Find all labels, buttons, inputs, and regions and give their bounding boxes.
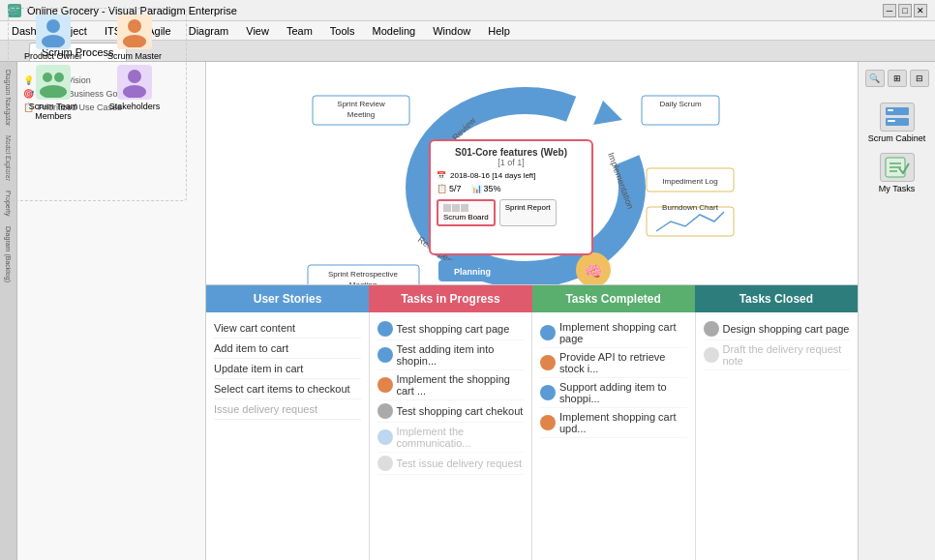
avatar-support-add [540,385,556,400]
menu-team[interactable]: Team [279,23,320,39]
svg-text:🧠: 🧠 [584,262,603,280]
task-impl-update[interactable]: Implement shopping cart upd... [540,408,687,438]
svg-text:Impediment Log: Impediment Log [662,177,717,186]
col-header-closed: Tasks Closed [695,285,858,312]
task-test-cart-page[interactable]: Test shopping cart page [377,318,525,340]
my-tasks-label: My Tasks [879,184,915,193]
sprint-stats: 📋 5/7 📊 35% [437,184,586,193]
right-panel: 🔍 ⊞ ⊟ Scrum Cabinet [858,62,935,560]
col-header-in-progress: Tasks in Progress [369,285,531,312]
menu-help[interactable]: Help [480,23,518,39]
role-scrum-team: Scrum Team Members [17,65,92,121]
scrum-cabinet-label: Scrum Cabinet [868,133,926,143]
svg-text:Planning: Planning [454,267,491,277]
stakeholders-icon [117,65,152,100]
svg-text:Daily Scrum: Daily Scrum [659,100,701,108]
task-implement-cart[interactable]: Implement the shopping cart ... [377,370,525,400]
svg-point-6 [40,85,67,98]
svg-text:Meeting: Meeting [347,110,375,119]
avatar-implement-cart [377,377,393,393]
scrum-board: User Stories Tasks in Progress Tasks Com… [206,284,858,560]
diagram-area: Review Retrospect Implementation Sprint … [206,62,858,560]
stakeholders-label: Stakeholders [109,102,161,111]
col-in-progress-body: Test shopping cart page Test adding item… [370,312,533,560]
scrum-board-label: Scrum Board [443,213,489,221]
board-body: View cart content Add item to cart Updat… [206,312,858,560]
svg-text:Sprint Review: Sprint Review [337,100,385,108]
sprint-date-row: 📅 2018-08-16 [14 days left] [437,171,586,180]
menu-window[interactable]: Window [425,23,478,39]
sprint-subtitle: [1 of 1] [437,158,586,167]
avatar-implement-comm [377,429,393,445]
story-issue-delivery[interactable]: Issue delivery request [214,399,361,420]
window-controls[interactable]: ─ □ ✕ [883,4,927,17]
right-toolbar-btn3[interactable]: ⊟ [910,70,929,87]
avatar-impl-cart [540,325,556,340]
svg-rect-36 [888,109,893,111]
col-completed-body: Implement shopping cart page Provide API… [532,312,696,560]
sprint-actions: Scrum Board Sprint Report [437,199,586,226]
avatar-test-cart [377,321,393,337]
story-view-cart[interactable]: View cart content [214,318,361,339]
story-select-items[interactable]: Select cart items to checkout [214,379,361,399]
sprint-title: S01-Core features (Web) [437,147,586,158]
minimize-button[interactable]: ─ [883,4,896,17]
maximize-button[interactable]: □ [898,4,912,17]
svg-point-5 [54,73,64,82]
right-toolbar-btn1[interactable]: 🔍 [865,70,885,87]
task-test-checkout[interactable]: Test shopping cart chekout [377,400,525,423]
avatar-test-checkout [377,403,393,419]
task-design-cart[interactable]: Design shopping cart page [704,318,851,340]
svg-rect-37 [888,120,895,122]
close-button[interactable]: ✕ [914,4,927,17]
scrum-team-icon [36,65,71,100]
task-test-add-item[interactable]: Test adding item into shopin... [377,340,525,370]
menu-view[interactable]: View [238,23,277,39]
task-support-add[interactable]: Support adding item to shoppi... [540,378,687,408]
sprint-info-box: S01-Core features (Web) [1 of 1] 📅 2018-… [429,139,593,255]
avatar-impl-update [540,415,556,430]
roles-panel: Product Owner Scrum Master [17,62,187,201]
avatar-test-add [377,347,393,363]
right-panel-my-tasks[interactable]: My Tasks [879,153,915,193]
task-progress: 📊 35% [471,184,501,193]
menu-tools[interactable]: Tools [322,23,363,39]
scrum-cabinet-icon [880,103,915,132]
avatar-design-cart [704,321,719,337]
board-header: User Stories Tasks in Progress Tasks Com… [206,285,858,312]
svg-point-7 [128,70,141,83]
sprint-report-label: Sprint Report [505,203,551,212]
right-panel-scrum-cabinet[interactable]: Scrum Cabinet [868,103,926,143]
menu-modeling[interactable]: Modeling [365,23,424,39]
avatar-provide-api [540,355,556,370]
role-stakeholders: Stakeholders [96,65,173,121]
task-impl-cart-page[interactable]: Implement shopping cart page [540,318,687,348]
svg-text:Sprint Retrospective: Sprint Retrospective [328,270,399,279]
avatar-draft-delivery [704,347,719,363]
svg-point-8 [123,85,146,98]
task-provide-api[interactable]: Provide API to retrieve stock i... [540,348,687,378]
scrum-board-button[interactable]: Scrum Board [437,199,496,226]
task-implement-comm[interactable]: Implement the communicatio... [377,423,525,453]
svg-text:Burndown Chart: Burndown Chart [662,203,719,212]
right-toolbar-btn2[interactable]: ⊞ [888,70,907,87]
menu-diagram[interactable]: Diagram [181,23,237,39]
col-header-completed: Tasks Completed [532,285,695,312]
scrum-team-label: Scrum Team Members [17,102,92,121]
sidebar-diagram-backlog[interactable]: Diagram (Backlog) [3,222,14,286]
board-icon [443,204,489,212]
sprint-report-button[interactable]: Sprint Report [499,199,557,226]
task-test-delivery[interactable]: Test issue delivery request [377,453,525,475]
my-tasks-icon [880,153,915,182]
svg-marker-10 [593,101,622,125]
story-add-item[interactable]: Add item to cart [214,339,361,359]
task-count: 📋 5/7 [437,184,462,193]
svg-point-4 [43,73,52,82]
task-draft-delivery[interactable]: Draft the delivery request note [704,340,851,370]
col-closed-body: Design shopping cart page Draft the deli… [696,312,859,560]
main-layout: Diagram Navigator Model Explorer Propert… [0,62,935,560]
navigator-panel: Product Owner Scrum Master [17,62,206,560]
story-update-item[interactable]: Update item in cart [214,359,361,379]
col-user-stories-body: View cart content Add item to cart Updat… [206,312,370,560]
avatar-test-delivery [377,456,393,471]
